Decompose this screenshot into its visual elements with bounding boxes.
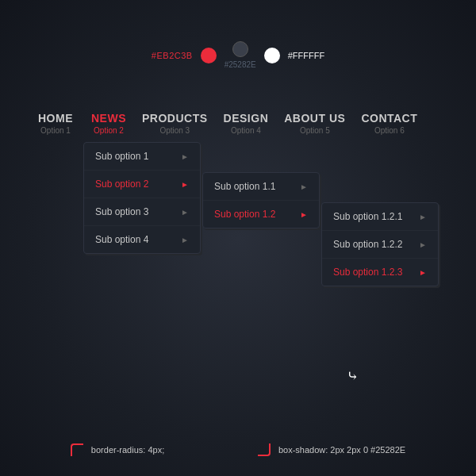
dropdown-l3-item2[interactable]: Sub option 1.2.2 ► (322, 231, 438, 259)
dropdown-l1-item3[interactable]: Sub option 3 ► (84, 198, 200, 226)
nav-item-design[interactable]: DESIGN Option 4 (216, 107, 277, 140)
nav-sub-products: Option 3 (159, 126, 190, 135)
dropdown-l2-item1[interactable]: Sub option 1.1 ► (203, 173, 319, 201)
dropdown-l3-item1[interactable]: Sub option 1.2.1 ► (322, 203, 438, 231)
dropdown-level1: Sub option 1 ► Sub option 2 ► Sub option… (83, 142, 201, 254)
nav-bar: HOME Option 1 NEWS Option 2 PRODUCTS Opt… (0, 85, 476, 140)
arrow-icon-1: ► (181, 152, 189, 161)
corner-bracket-br-icon (258, 443, 271, 456)
color2-label: #25282E (225, 60, 256, 69)
nav-sub-news: Option 2 (94, 126, 124, 135)
footer-annotations: border-radius: 4px; box-shadow: 2px 2px … (0, 443, 476, 456)
nav-sub-contact: Option 6 (374, 126, 405, 135)
corner-bracket-tl-icon (71, 443, 83, 456)
color3-label: #FFFFFF (288, 51, 324, 60)
nav-item-about[interactable]: ABOUT US Option 5 (276, 107, 353, 140)
arrow-icon-3: ► (181, 208, 189, 217)
palette-section: #EB2C3B #25282E #FFFFFF (0, 0, 476, 69)
arrow-icon-l3-1: ► (419, 213, 427, 221)
cursor-icon: ⤷ (347, 367, 359, 385)
nav-item-home[interactable]: HOME Option 1 (28, 107, 83, 140)
dropdown-level2: Sub option 1.1 ► Sub option 1.2 ► (202, 172, 320, 228)
color1-label: #EB2C3B (152, 51, 193, 60)
nav-sub-about: Option 5 (300, 126, 330, 135)
nav-label-products: PRODUCTS (142, 112, 208, 125)
annotation-left: border-radius: 4px; (71, 443, 164, 456)
color1-dot (201, 48, 217, 63)
nav-label-contact: CONTACT (361, 112, 417, 125)
dropdown-l1-item1[interactable]: Sub option 1 ► (84, 143, 200, 171)
dropdown-l1-item4[interactable]: Sub option 4 ► (84, 226, 200, 253)
arrow-icon-2: ► (181, 180, 189, 189)
nav-sub-home: Option 1 (40, 126, 71, 135)
annotation-right: box-shadow: 2px 2px 0 #25282E (258, 443, 405, 456)
arrow-icon-l2-1: ► (300, 182, 308, 191)
dropdown-l1-item2[interactable]: Sub option 2 ► (84, 171, 200, 198)
nav-label-about: ABOUT US (284, 112, 345, 125)
nav-item-contact[interactable]: CONTACT Option 6 (353, 107, 425, 140)
annotation-left-text: border-radius: 4px; (91, 445, 164, 455)
color2-dot (232, 41, 248, 57)
palette-wrapper: #25282E (225, 41, 256, 69)
nav-item-products[interactable]: PRODUCTS Option 3 (134, 107, 216, 140)
arrow-icon-l3-3: ► (419, 268, 427, 277)
dropdown-container: Sub option 1 ► Sub option 2 ► Sub option… (83, 142, 439, 286)
nav-label-news: NEWS (91, 112, 126, 125)
annotation-right-text: box-shadow: 2px 2px 0 #25282E (278, 445, 405, 455)
nav-label-home: HOME (38, 112, 73, 125)
nav-label-design: DESIGN (224, 112, 269, 125)
dropdown-l2-item2[interactable]: Sub option 1.2 ► (203, 201, 319, 228)
arrow-icon-4: ► (181, 236, 189, 244)
nav-sub-design: Option 4 (231, 126, 261, 135)
nav-item-news[interactable]: NEWS Option 2 (83, 107, 134, 140)
color3-dot (264, 48, 280, 63)
arrow-icon-l3-2: ► (419, 240, 427, 249)
arrow-icon-l2-2: ► (300, 210, 308, 219)
dropdown-level3: Sub option 1.2.1 ► Sub option 1.2.2 ► Su… (321, 202, 439, 286)
dropdown-l3-item3[interactable]: Sub option 1.2.3 ► (322, 259, 438, 286)
